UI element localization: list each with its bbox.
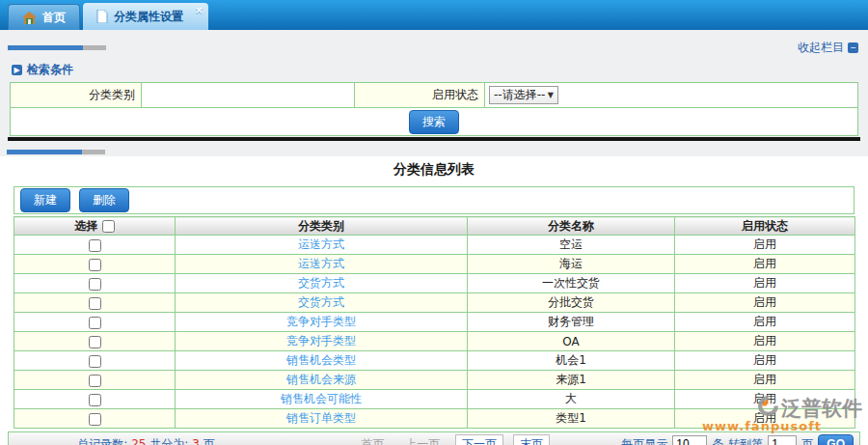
category-link[interactable]: 竞争对手类型 bbox=[286, 334, 356, 348]
list-panel: 分类信息列表 新建 删除 选择 分类类别 分类名称 启用状态 运送方式空运启用运… bbox=[0, 156, 868, 445]
page-top-strip: 收起栏目 − bbox=[0, 30, 868, 53]
header-status: 启用状态 bbox=[675, 217, 855, 236]
collapse-icon: − bbox=[848, 42, 858, 53]
home-icon bbox=[22, 12, 37, 24]
search-panel-header: ▶ 检索条件 bbox=[0, 53, 868, 82]
category-cell: 交货方式 bbox=[176, 274, 468, 293]
category-link[interactable]: 销售机会来源 bbox=[286, 373, 356, 386]
select-cell bbox=[14, 351, 176, 371]
status-cell: 启用 bbox=[675, 236, 855, 255]
first-page-link[interactable]: 首页 bbox=[355, 435, 390, 445]
prev-page-link[interactable]: 上一页 bbox=[399, 435, 446, 445]
table-row: 运送方式海运启用 bbox=[14, 255, 855, 274]
per-page-unit: 条 bbox=[712, 436, 723, 445]
go-button[interactable]: GO bbox=[818, 434, 854, 445]
row-checkbox[interactable] bbox=[89, 259, 101, 271]
category-cell: 竞争对手类型 bbox=[176, 332, 468, 351]
header-name: 分类名称 bbox=[468, 217, 675, 236]
table-body: 运送方式空运启用运送方式海运启用交货方式一次性交货启用交货方式分批交货启用竞争对… bbox=[14, 236, 855, 429]
tab-home[interactable]: 首页 bbox=[8, 4, 80, 30]
row-checkbox[interactable] bbox=[89, 336, 101, 348]
status-cell: 启用 bbox=[675, 255, 855, 274]
tab-category-settings[interactable]: 分类属性设置 × bbox=[83, 3, 208, 30]
table-row: 销售机会可能性大启用 bbox=[14, 390, 855, 409]
status-select[interactable]: --请选择-- ▼ bbox=[489, 86, 558, 104]
status-select-value: --请选择-- bbox=[494, 87, 545, 103]
category-cell: 运送方式 bbox=[176, 236, 468, 255]
category-link[interactable]: 竞争对手类型 bbox=[286, 315, 356, 328]
status-cell: 启用 bbox=[675, 332, 855, 351]
table-row: 交货方式一次性交货启用 bbox=[14, 274, 855, 293]
status-field-label: 启用状态 bbox=[355, 83, 485, 107]
section-divider bbox=[8, 137, 860, 141]
table-header-row: 选择 分类类别 分类名称 启用状态 bbox=[14, 217, 855, 236]
close-icon[interactable]: × bbox=[195, 4, 203, 16]
tab-home-label: 首页 bbox=[42, 10, 66, 26]
goto-label: 转到第 bbox=[728, 436, 763, 445]
pagination-bar: 总记录数: 25 共分为: 3 页 首页 上一页 下一页 末页 每页显示 条 转… bbox=[8, 431, 860, 445]
name-cell: 海运 bbox=[468, 255, 675, 274]
row-checkbox[interactable] bbox=[89, 413, 101, 426]
name-cell: 机会1 bbox=[468, 351, 675, 371]
category-link[interactable]: 销售订单类型 bbox=[286, 411, 356, 425]
select-cell bbox=[14, 255, 176, 274]
category-link[interactable]: 销售机会可能性 bbox=[281, 392, 362, 405]
select-cell bbox=[14, 332, 176, 351]
status-cell: 启用 bbox=[675, 274, 855, 293]
category-link[interactable]: 销售机会类型 bbox=[286, 353, 356, 367]
record-summary: 总记录数: 25 共分为: 3 页 bbox=[9, 436, 284, 445]
collapse-columns-label: 收起栏目 bbox=[798, 40, 844, 56]
search-button[interactable]: 搜索 bbox=[409, 110, 459, 134]
name-cell: OA bbox=[468, 332, 675, 351]
table-row: 竞争对手类型财务管理启用 bbox=[14, 313, 855, 332]
category-cell: 销售机会来源 bbox=[176, 371, 468, 390]
goto-page-input[interactable] bbox=[768, 435, 797, 445]
category-link[interactable]: 交货方式 bbox=[298, 276, 344, 290]
app-window: 首页 分类属性设置 × 收起栏目 − ▶ 检索条件 分类类别 启用状态 bbox=[0, 0, 868, 445]
table-row: 交货方式分批交货启用 bbox=[14, 293, 855, 313]
per-page-input[interactable] bbox=[672, 435, 707, 445]
status-cell: 启用 bbox=[675, 313, 855, 332]
select-cell bbox=[14, 274, 176, 293]
name-cell: 大 bbox=[468, 390, 675, 409]
category-cell: 销售订单类型 bbox=[176, 409, 468, 429]
name-cell: 分批交货 bbox=[468, 293, 675, 313]
last-page-link[interactable]: 末页 bbox=[513, 434, 550, 445]
search-form: 分类类别 启用状态 --请选择-- ▼ 搜索 bbox=[10, 82, 858, 136]
header-select: 选择 bbox=[14, 217, 176, 236]
delete-button[interactable]: 删除 bbox=[79, 188, 129, 212]
next-page-link[interactable]: 下一页 bbox=[455, 434, 503, 445]
category-input[interactable] bbox=[142, 83, 354, 107]
name-cell: 类型1 bbox=[468, 409, 675, 429]
category-field-cell bbox=[142, 83, 355, 107]
category-cell: 销售机会类型 bbox=[176, 351, 468, 371]
page-size-controls: 每页显示 条 转到第 页 GO bbox=[621, 434, 859, 445]
select-cell bbox=[14, 293, 176, 313]
status-cell: 启用 bbox=[675, 409, 855, 429]
table-row: 运送方式空运启用 bbox=[14, 236, 855, 255]
document-icon bbox=[96, 10, 108, 23]
category-link[interactable]: 运送方式 bbox=[298, 257, 344, 270]
status-cell: 启用 bbox=[675, 293, 855, 313]
name-cell: 财务管理 bbox=[468, 313, 675, 332]
category-cell: 交货方式 bbox=[176, 293, 468, 313]
select-all-checkbox[interactable] bbox=[102, 220, 115, 233]
search-form-row: 分类类别 启用状态 --请选择-- ▼ bbox=[11, 83, 857, 107]
per-page-label: 每页显示 bbox=[621, 436, 667, 445]
row-checkbox[interactable] bbox=[89, 317, 101, 329]
row-checkbox[interactable] bbox=[89, 394, 101, 406]
row-checkbox[interactable] bbox=[89, 375, 101, 387]
row-checkbox[interactable] bbox=[89, 355, 101, 368]
category-link[interactable]: 交货方式 bbox=[298, 295, 344, 309]
name-cell: 来源1 bbox=[468, 371, 675, 390]
row-checkbox[interactable] bbox=[89, 239, 101, 252]
row-checkbox[interactable] bbox=[89, 278, 101, 291]
search-panel-title: 检索条件 bbox=[27, 62, 73, 78]
category-cell: 运送方式 bbox=[176, 255, 468, 274]
category-link[interactable]: 运送方式 bbox=[298, 237, 344, 251]
row-checkbox[interactable] bbox=[89, 297, 101, 310]
status-cell: 启用 bbox=[675, 351, 855, 371]
new-button[interactable]: 新建 bbox=[20, 188, 70, 212]
collapse-columns-link[interactable]: 收起栏目 − bbox=[798, 40, 858, 56]
select-cell bbox=[14, 371, 176, 390]
